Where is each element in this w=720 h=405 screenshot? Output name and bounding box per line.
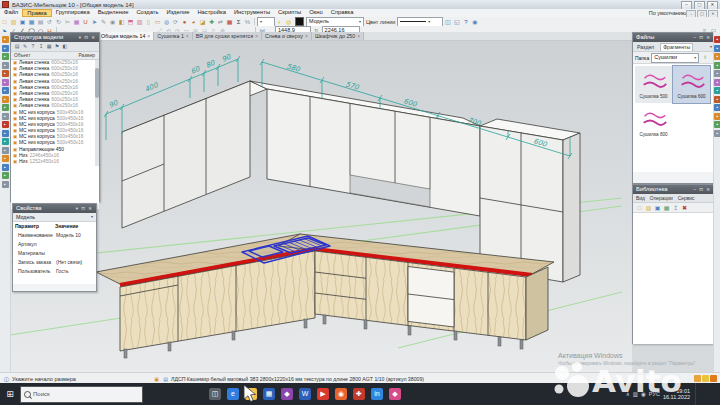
shelf-icon[interactable]: ▭ [154,18,162,26]
size-tool-icon[interactable]: ▪ [2,138,9,145]
menu-item-файл[interactable]: Файл [0,9,22,17]
doc-tab-inactive[interactable]: Сушилка 1× [154,32,193,40]
app-crimson-icon[interactable]: ✚ [353,388,365,400]
frag-box-icon[interactable]: ▪ [714,53,720,60]
info-icon[interactable]: ◉ [471,18,479,26]
text-tool-icon[interactable]: ▪ [2,147,9,154]
tree-column-header[interactable]: Объект Размер [11,52,99,60]
color-swatch[interactable] [295,17,304,26]
menu-item-выделение[interactable]: Выделение [94,9,133,17]
defaults-combo[interactable]: По умолчанию ▾ [649,9,690,17]
array-tool-icon[interactable]: ▪ [2,172,9,179]
frag-grid-icon[interactable]: ▪ [714,70,720,77]
doc-tab-active[interactable]: Общая модель 14× [98,32,154,40]
rotate-icon[interactable]: ⟳ [172,18,180,26]
word-icon[interactable]: W [299,388,311,400]
tree-panel-icon[interactable]: ◧ [62,43,69,50]
menu-item-изделие[interactable]: Изделие [162,9,193,17]
tree-row[interactable]: ▣Низ1252х450х16 [11,159,99,165]
fitting-tool-icon[interactable]: ▪ [2,121,9,128]
new-doc-icon[interactable]: □ [1,18,9,26]
view-iso-icon[interactable]: ◱ [453,18,461,26]
menu-item-настройка[interactable]: Настройка [193,9,230,17]
properties-panel-header[interactable]: Свойства ▾ ⊡ ✕ [13,204,96,213]
menu-item-группировка[interactable]: Группировка [52,9,94,17]
panel-controls[interactable]: ▾ ⊡ ✕ [76,204,93,213]
sphere-icon[interactable]: ● [181,18,189,26]
tree-grid-icon[interactable]: ▦ [46,43,53,50]
chevron-down-icon[interactable]: ▾ [710,44,712,49]
folder-combo[interactable]: Сушилки ▾ [651,53,699,63]
menu-item-скрипты[interactable]: Скрипты [274,9,305,17]
percent-icon[interactable]: % [244,18,252,26]
cube-icon[interactable]: ◪ [199,18,207,26]
library-panel-header[interactable]: Библиотека – ⊡ ✕ [633,185,714,194]
sigma-icon[interactable]: Σ [235,18,243,26]
tree-expand-icon[interactable]: ↧ [38,43,45,50]
save-all-icon[interactable]: ▦ [28,18,36,26]
3d-viewport[interactable]: 90400608090 580570600700600 [10,40,632,372]
menu-item-инструменты[interactable]: Инструменты [230,9,274,17]
frag-door-icon[interactable]: ▪ [714,87,720,94]
undo-icon[interactable]: ↺ [46,18,54,26]
redo-icon[interactable]: ↻ [55,18,63,26]
tab-close-icon[interactable]: × [305,32,308,40]
block-tool-icon[interactable]: ▪ [2,113,9,120]
panel-icon[interactable]: ◧ [118,18,126,26]
panel-controls[interactable]: – ⊡ ✕ [693,185,711,194]
app-orange-icon[interactable]: ◉ [335,388,347,400]
edge-tool-icon[interactable]: ▪ [2,53,9,60]
panel-tool-icon[interactable]: ▪ [2,36,9,43]
tab-close-icon[interactable]: × [186,32,189,40]
help-icon[interactable]: ? [462,18,470,26]
tab-vid[interactable]: Вид [636,196,645,201]
groove-tool-icon[interactable]: ▪ [2,96,9,103]
fragment-thumbnail[interactable]: Сушилка 600 [673,66,710,103]
lib-up-icon[interactable]: ↥ [672,204,680,212]
tab-close-icon[interactable]: × [255,32,258,40]
app-pink-icon[interactable]: ◆ [389,388,401,400]
property-row[interactable]: Запись заказа(Нет связи) [13,258,96,267]
store-icon[interactable]: ◆ [281,388,293,400]
board-tool-icon[interactable]: ▪ [2,45,9,52]
tree-filter-icon[interactable]: ▤ [14,43,21,50]
property-row[interactable]: Материалы [13,249,96,258]
frag-leg-icon[interactable]: ▪ [714,113,720,120]
bulb-icon[interactable]: ◐ [276,18,284,26]
tab-operacii[interactable]: Операции [650,196,673,201]
open-icon[interactable]: ▨ [10,18,18,26]
panel-controls[interactable]: – ⊡ ✕ [693,33,711,42]
property-row[interactable]: Артикул [13,240,96,249]
tree-flag-icon[interactable]: ⚑ [54,43,61,50]
lib-open-icon[interactable]: ▨ [645,204,653,212]
tab-close-icon[interactable]: × [357,32,360,40]
property-row[interactable]: ПользовательГость [13,267,96,276]
print-icon[interactable]: ▤ [37,18,45,26]
fragment-thumbnail[interactable]: Сушилка 500 [635,66,672,103]
frag-misc-icon[interactable]: ▪ [714,130,720,137]
tab-close-icon[interactable]: × [147,32,150,40]
save-icon[interactable]: ▣ [19,18,27,26]
panel-controls[interactable]: ▾ ⊡ ✕ [79,33,96,42]
table-tool-icon[interactable]: ▪ [2,130,9,137]
doc-tab-inactive[interactable]: Слева и сверху× [262,32,312,40]
tab-fragmenty[interactable]: Фрагменты [660,43,693,51]
lib-del-icon[interactable]: ✖ [681,204,689,212]
menu-item-окно[interactable]: Окно [305,9,326,17]
taskview-icon[interactable]: ◫ [209,388,221,400]
door-icon[interactable]: ▯ [145,18,153,26]
corner-tool-icon[interactable]: ▪ [2,70,9,77]
mirror-tool-icon[interactable]: ▪ [2,164,9,171]
folder-up-icon[interactable]: ⇧ [702,54,709,61]
frag-lib-icon[interactable]: ▪ [714,62,720,69]
swap-icon[interactable]: ⇄ [217,18,225,26]
tab-servis[interactable]: Сервис [678,196,695,201]
app-blue-icon[interactable]: in [371,388,383,400]
lib-grid-icon[interactable]: ▦ [663,204,671,212]
view-3d-icon[interactable]: ◫ [444,18,452,26]
fragment-thumbnail[interactable]: Сушилка 800 [635,104,672,141]
cabinet-icon[interactable]: ⬒ [127,18,135,26]
plus-icon[interactable]: ✚ [208,18,216,26]
lib-new-icon[interactable]: □ [636,204,644,212]
taskbar-search[interactable]: Поиск [20,386,143,403]
